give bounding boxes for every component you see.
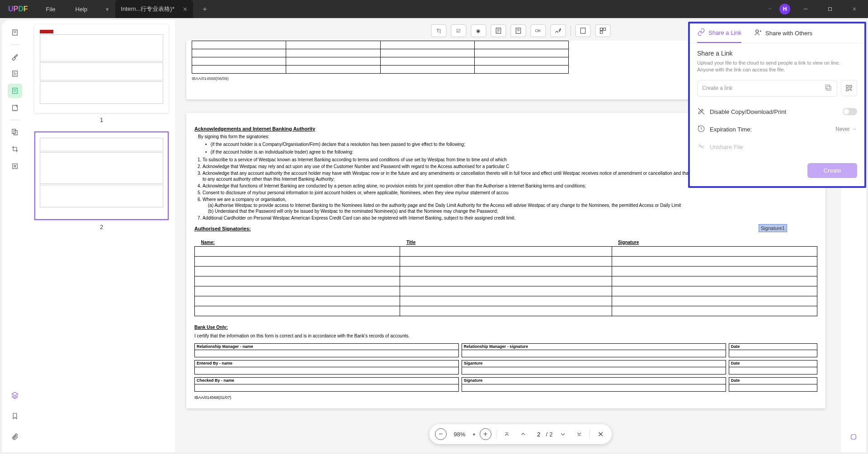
- zoom-toolbar: − 98% ▾ + / 2 ✕: [429, 424, 612, 444]
- close-window-button[interactable]: [845, 2, 863, 16]
- date-label: Date: [729, 378, 817, 384]
- link-placeholder: Create a link: [702, 85, 732, 91]
- close-zoombar-button[interactable]: ✕: [594, 428, 606, 440]
- thumbnail-2[interactable]: 2: [34, 131, 169, 230]
- checkbox-tool[interactable]: ☑: [451, 24, 466, 37]
- zoom-dropdown[interactable]: ▾: [473, 432, 475, 437]
- svg-rect-11: [600, 28, 602, 30]
- zoom-in-button[interactable]: +: [480, 428, 491, 440]
- signature-label: Signature: [462, 378, 726, 384]
- svg-rect-13: [600, 31, 602, 33]
- prev-page-button[interactable]: [517, 428, 529, 440]
- thumbnail-1[interactable]: 1: [34, 24, 169, 123]
- share-others-tab-label: Share with Others: [765, 30, 812, 37]
- disable-copy-toggle[interactable]: [843, 108, 857, 115]
- reader-tool[interactable]: [8, 25, 22, 40]
- left-toolbar: [2, 20, 28, 452]
- comment-tool[interactable]: [8, 66, 22, 81]
- disable-copy-option[interactable]: Disable Copy/Download/Print: [697, 103, 857, 121]
- rm-name-label: Relationship Manager - name: [195, 344, 458, 350]
- svg-rect-0: [829, 8, 832, 11]
- ack-item: Consent to disclosure of my/our personal…: [203, 190, 817, 196]
- layers-icon[interactable]: [8, 388, 22, 403]
- page-indicator: / 2: [533, 431, 553, 438]
- svg-rect-10: [580, 28, 585, 33]
- text-tool[interactable]: T|: [431, 24, 446, 37]
- left-toolbar-bottom: [8, 388, 22, 444]
- link-row: Create a link: [697, 80, 857, 97]
- signature-field[interactable]: Signature1: [759, 224, 787, 232]
- create-button[interactable]: Create: [807, 163, 857, 178]
- pencil-off-icon: [697, 107, 705, 117]
- add-tab-button[interactable]: ＋: [201, 5, 208, 14]
- bullet-1: (if the account holder is a Company/Orga…: [211, 142, 465, 147]
- ack-subitem: (a) Authorise Westpac to provide access …: [208, 202, 817, 208]
- expiration-option[interactable]: Expiration Time: Never: [697, 121, 857, 138]
- svg-rect-16: [826, 85, 830, 89]
- note-tool[interactable]: [491, 24, 506, 37]
- zoom-value[interactable]: 98%: [451, 431, 468, 438]
- close-tab-icon[interactable]: ✕: [183, 6, 188, 13]
- svg-rect-17: [846, 85, 849, 88]
- page-sep: /: [546, 431, 548, 438]
- list-tool[interactable]: [510, 24, 526, 37]
- share-link-tab[interactable]: Share a Link: [697, 28, 741, 43]
- document-tab[interactable]: Intern...行专业表格)* ✕: [115, 0, 193, 18]
- menu-help[interactable]: Help: [66, 6, 98, 13]
- svg-point-14: [756, 30, 759, 33]
- minimize-button[interactable]: [797, 2, 815, 16]
- cert-text: I certify that the information on this f…: [194, 333, 817, 339]
- separator: [10, 44, 19, 45]
- svg-rect-15: [827, 86, 831, 90]
- grid-tool[interactable]: [595, 24, 610, 37]
- main-area: 1 2 T| ☑ ◉ OK IBAA/014568(06/09): [2, 20, 866, 452]
- auth-sig-heading: Authorised Signatories:: [194, 225, 817, 232]
- menu-file[interactable]: File: [36, 6, 66, 13]
- current-page-input[interactable]: [533, 431, 544, 438]
- bullet-2: (if the account holder is an individual/…: [211, 150, 354, 154]
- signature-tool[interactable]: [550, 24, 566, 37]
- page2-footer-code: IBAA/014568(01/07): [194, 395, 817, 401]
- col-name: Name:: [195, 239, 400, 247]
- clock-icon: [697, 125, 705, 134]
- first-page-button[interactable]: [501, 428, 513, 440]
- user-avatar[interactable]: H: [779, 4, 790, 14]
- last-page-button[interactable]: [573, 428, 585, 440]
- edit-tool[interactable]: [8, 84, 22, 98]
- crop-tool[interactable]: [8, 142, 22, 156]
- pages-tool[interactable]: [8, 125, 22, 139]
- radio-tool[interactable]: ◉: [471, 24, 486, 37]
- page-canvas: T| ☑ ◉ OK IBAA/014568(06/09) 7. = Send a…: [175, 20, 866, 452]
- share-heading: Share a Link: [697, 50, 857, 57]
- maximize-button[interactable]: [821, 2, 839, 16]
- zoom-out-button[interactable]: −: [435, 428, 447, 440]
- button-tool[interactable]: OK: [530, 24, 546, 37]
- qr-code-button[interactable]: [841, 80, 857, 96]
- unshare-option: Unshare File: [697, 138, 857, 156]
- share-others-tab[interactable]: Share with Others: [754, 28, 812, 43]
- next-page-button[interactable]: [557, 428, 569, 440]
- ack-item: Where we are a company or organisation,: [203, 197, 287, 202]
- siganture-label: Siganture: [462, 360, 726, 367]
- ai-assistant-icon[interactable]: [846, 430, 861, 444]
- redact-tool[interactable]: [8, 159, 22, 173]
- link-input[interactable]: Create a link: [697, 80, 837, 97]
- titlebar-chevron-icon[interactable]: [767, 5, 773, 13]
- expiration-label: Expiration Time:: [710, 126, 752, 133]
- bank-use-heading: Bank Use Only:: [194, 324, 817, 330]
- titlebar-right: H: [767, 2, 868, 16]
- share-panel: Share a Link Share with Others Share a L…: [688, 22, 866, 188]
- form-tool[interactable]: [575, 24, 590, 37]
- attachment-icon[interactable]: [8, 430, 22, 444]
- tab-dropdown[interactable]: ▾: [102, 4, 113, 14]
- highlight-tool[interactable]: [8, 49, 22, 64]
- organize-tool[interactable]: [8, 101, 22, 115]
- checked-label: Checked By - name: [195, 378, 458, 384]
- copy-icon[interactable]: [824, 84, 832, 93]
- bookmark-icon[interactable]: [8, 409, 22, 423]
- date-label: Date: [729, 344, 817, 350]
- page1-table: [192, 41, 569, 74]
- ack-item: Additional Cardholder on Personal Westpa…: [203, 215, 817, 221]
- expiration-value[interactable]: Never: [835, 126, 857, 132]
- app-logo: UPDF: [0, 5, 36, 13]
